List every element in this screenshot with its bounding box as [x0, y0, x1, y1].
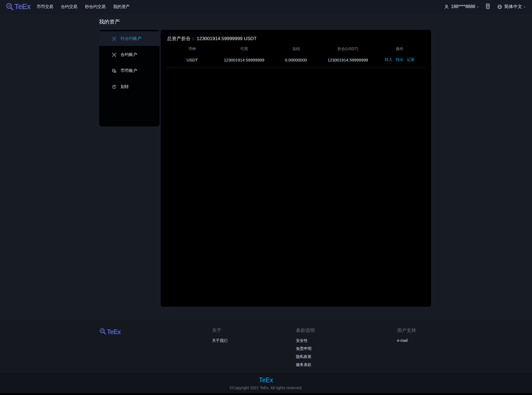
col-header-actions: 操作	[374, 47, 426, 51]
footer-link-about-us[interactable]: 关于我们	[212, 338, 227, 343]
user-phone: 188****8888	[451, 4, 475, 9]
language-selector[interactable]: 简体中文 ‹	[497, 4, 525, 10]
main-nav: 币币交易 合约交易 秒合约交易 我的资产	[37, 4, 130, 9]
footer-brand-name: TeEx	[107, 328, 121, 336]
sidebar-item-transfer[interactable]: 划转	[99, 79, 160, 94]
footer-column-title: 条款说明	[296, 327, 315, 334]
nav-item-seconds-contract-trading[interactable]: 秒合约交易	[85, 4, 106, 9]
footer-column-terms: 条款说明 安全性 免责申明 隐私政策 服务条款	[296, 327, 315, 370]
app-download-button[interactable]: APP	[485, 3, 490, 10]
brand-logo[interactable]: TeEx	[6, 2, 31, 11]
footer-link-privacy-policy[interactable]: 隐私政策	[296, 354, 315, 359]
cell-actions: 转入 转出 记录	[374, 57, 426, 62]
sidebar-item-label: 划转	[121, 84, 129, 89]
total-assets-label: 总资产折合：	[167, 36, 195, 41]
col-header-converted-usdt: 折合(USDT)	[322, 47, 374, 51]
svg-text:APP: APP	[487, 6, 489, 7]
sidebar-item-spot-account[interactable]: 币币账户	[99, 63, 160, 78]
footer-link-terms-of-service[interactable]: 服务条款	[296, 362, 315, 367]
col-header-available: 可用	[218, 47, 270, 51]
cell-currency: USDT	[166, 58, 218, 62]
footer-column-support: 用户支持 e-mail	[397, 327, 416, 346]
footer-brand-logo[interactable]: TeEx	[99, 328, 121, 336]
account-sidebar: 秒合约账户 合约账户	[99, 30, 160, 126]
footer-column-title: 用户支持	[397, 327, 416, 334]
footer-link-disclaimer[interactable]: 免责申明	[296, 346, 315, 351]
seconds-contract-account-icon	[112, 36, 117, 41]
copyright-text: ©Copyright 2021 TeEx. All rights reserve…	[0, 386, 532, 390]
total-assets-header: 总资产折合： 123001914.59999999 USDT	[166, 35, 426, 42]
language-label: 简体中文	[504, 4, 522, 10]
chevron-icon: ‹	[524, 4, 525, 9]
sidebar-item-label: 秒合约账户	[121, 36, 141, 41]
cell-converted: 123001914.59999999	[322, 58, 374, 62]
records-link[interactable]: 记录	[407, 57, 415, 62]
sidebar-item-label: 合约账户	[121, 52, 137, 57]
footer-link-security[interactable]: 安全性	[296, 338, 315, 343]
table-row: USDT 123001914.59999999 0.00000000 12300…	[166, 51, 426, 68]
total-assets-value: 123001914.59999999 USDT	[197, 36, 257, 41]
assets-table: 币种 可用 冻结 折合(USDT) 操作 USDT 123001914.5999…	[166, 47, 426, 68]
transfer-icon	[112, 84, 117, 89]
assets-page: { "brand": { "name": "TeEx", "color": "#…	[0, 0, 532, 395]
transfer-in-link[interactable]: 转入	[385, 57, 392, 62]
page-title: 我的资产	[99, 18, 120, 25]
footer-column-about: 关于 关于我们	[212, 327, 227, 346]
bottom-brand-name: TeEx	[0, 376, 532, 384]
globe-icon	[497, 4, 502, 9]
spot-account-icon	[112, 68, 117, 73]
transfer-out-link[interactable]: 转出	[396, 57, 403, 62]
page-footer: TeEx 关于 关于我们 条款说明 安全性 免责申明 隐私政策 服务条款 用户支…	[0, 320, 532, 373]
sidebar-item-seconds-contract-account[interactable]: 秒合约账户	[99, 31, 160, 46]
footer-column-title: 关于	[212, 327, 227, 334]
user-icon	[444, 4, 449, 9]
sidebar-item-label: 币币账户	[121, 68, 137, 73]
nav-item-contract-trading[interactable]: 合约交易	[61, 4, 78, 9]
cell-frozen: 0.00000000	[270, 58, 322, 62]
assets-table-header-row: 币种 可用 冻结 折合(USDT) 操作	[166, 47, 426, 51]
magnifier-trend-icon	[99, 328, 106, 336]
col-header-frozen: 冻结	[270, 47, 322, 51]
top-navigation-bar: TeEx 币币交易 合约交易 秒合约交易 我的资产 188****8888 ‹	[0, 0, 532, 14]
user-account-menu[interactable]: 188****8888 ‹	[444, 4, 479, 9]
footer-link-email[interactable]: e-mail	[397, 338, 416, 343]
nav-item-my-assets[interactable]: 我的资产	[113, 4, 130, 9]
nav-item-spot-trading[interactable]: 币币交易	[37, 4, 53, 9]
app-phone-icon: APP	[485, 3, 490, 10]
magnifier-trend-icon	[6, 2, 14, 11]
chevron-icon: ‹	[477, 4, 479, 9]
cell-available: 123001914.59999999	[218, 58, 270, 62]
assets-panel: 总资产折合： 123001914.59999999 USDT 币种 可用 冻结 …	[161, 30, 431, 307]
brand-name: TeEx	[14, 2, 31, 11]
bottom-bar: TeEx ©Copyright 2021 TeEx. All rights re…	[0, 373, 532, 395]
contract-account-icon	[112, 52, 117, 57]
col-header-currency: 币种	[166, 47, 218, 51]
nav-right-area: 188****8888 ‹ APP 简体中文	[444, 3, 525, 10]
sidebar-item-contract-account[interactable]: 合约账户	[99, 47, 160, 62]
